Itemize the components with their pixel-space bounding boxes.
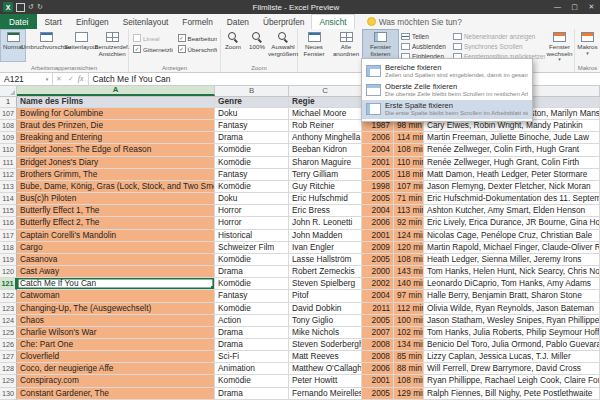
cell-name[interactable]: Brothers Grimm, The (17, 169, 215, 181)
maximize-button[interactable]: ▢ (566, 3, 583, 11)
cell-name[interactable]: Braut des Prinzen, Die (17, 120, 215, 132)
cell-name[interactable]: Constant Gardener, The (17, 388, 215, 400)
cell-genre[interactable]: Drama (215, 339, 289, 351)
cell-regie[interactable]: Peter Howitt (289, 375, 362, 387)
cell-laenge[interactable]: 113 min (394, 205, 424, 217)
cell-schauspieler[interactable]: Martin Freeman, Juliette Binoche, Jude L… (424, 132, 600, 144)
cell-schauspieler[interactable]: Jason Flemyng, Dexter Fletcher, Nick Mor… (424, 181, 600, 193)
arrange-all-button[interactable]: Alle anordnen (330, 29, 362, 62)
row-header[interactable]: 129 (0, 375, 17, 387)
cell-genre[interactable]: Drama (215, 266, 289, 278)
close-button[interactable]: ✕ (583, 3, 600, 11)
cell-name[interactable]: Che: Part One (17, 339, 215, 351)
cell-name[interactable]: Cloverfield (17, 351, 215, 363)
formula-bar-value[interactable]: Catch Me If You Can (89, 74, 171, 84)
cell-laenge[interactable]: 120 min (394, 242, 424, 254)
cell-name[interactable]: Catwoman (17, 290, 215, 302)
cell-laenge[interactable]: 88 min (394, 363, 424, 375)
tab-ueberpruefen[interactable]: Überprüfen (256, 14, 312, 29)
cell-name[interactable]: Chaos (17, 315, 215, 327)
row-header[interactable]: 110 (0, 144, 17, 156)
cell-regie[interactable]: Mike Nichols (289, 327, 362, 339)
row-header[interactable]: 112 (0, 169, 17, 181)
row-header[interactable]: 116 (0, 217, 17, 229)
cell-name[interactable]: Bube, Dame, König, Gras (Lock, Stock, an… (17, 181, 215, 193)
cell-laenge[interactable]: 98 min (394, 120, 424, 132)
cell-laenge[interactable]: 114 min (394, 132, 424, 144)
cell-genre[interactable]: Action (215, 315, 289, 327)
cell-laenge[interactable]: 108 min (394, 144, 424, 156)
cell-regie[interactable]: Sharon Maguire (289, 157, 362, 169)
cell-laenge[interactable]: 108 min (394, 254, 424, 266)
cell-regie[interactable]: David Dobkin (289, 303, 362, 315)
insert-function-icon[interactable]: fx (77, 74, 88, 83)
cell-genre[interactable]: Fantasy (215, 120, 289, 132)
row-header[interactable]: 119 (0, 254, 17, 266)
cell-genre[interactable]: Drama (215, 388, 289, 400)
cell-jahr[interactable]: 2004 (362, 144, 394, 156)
cell-jahr[interactable]: 2001 (362, 230, 394, 242)
checkbox-lineal[interactable]: Lineal (133, 34, 173, 42)
split-button[interactable]: Teilen (399, 31, 451, 41)
header-cell-regie[interactable]: Regie (289, 96, 362, 108)
cell-laenge[interactable]: 97 min (394, 290, 424, 302)
row-header[interactable]: 1 (0, 96, 17, 108)
cell-laenge[interactable]: 71 min (394, 193, 424, 205)
custom-views-button[interactable]: Benutzerdef. Ansichten (96, 29, 128, 62)
cell-genre[interactable]: Komödie (215, 278, 289, 290)
cell-laenge[interactable]: 129 min (394, 388, 424, 400)
cell-schauspieler[interactable]: Eric Lively, Erica Durance, JR Bourne, G… (424, 217, 600, 229)
tab-daten[interactable]: Daten (220, 14, 256, 29)
tab-datei[interactable]: Datei (0, 14, 37, 29)
cell-schauspieler[interactable]: Tom Hanks, Julia Roberts, Philip Seymour… (424, 327, 600, 339)
cell-jahr[interactable]: 2008 (362, 351, 394, 363)
page-break-preview-button[interactable]: Umbruchvorschau (26, 29, 66, 62)
row-header[interactable]: 108 (0, 120, 17, 132)
cell-regie[interactable]: Michael Moore (289, 108, 362, 120)
row-header[interactable]: 125 (0, 327, 17, 339)
cell-laenge[interactable]: 107 min (394, 181, 424, 193)
cell-genre[interactable]: Fantasy (215, 169, 289, 181)
cell-jahr[interactable]: 2008 (362, 339, 394, 351)
cell-schauspieler[interactable]: Eric Hufschmid-Dokumentation des 11. Sep… (424, 193, 600, 205)
cell-name[interactable]: Cast Away (17, 266, 215, 278)
cell-name[interactable]: Catch Me If You Can (17, 278, 215, 290)
cell-laenge[interactable]: 124 min (394, 230, 424, 242)
row-header[interactable]: 123 (0, 303, 17, 315)
cell-jahr[interactable]: 2000 (362, 266, 394, 278)
cell-genre[interactable]: Doku (215, 108, 289, 120)
header-cell-genre[interactable]: Genre (215, 96, 289, 108)
cell-regie[interactable]: Tony Giglio (289, 315, 362, 327)
freeze-menu-item[interactable]: Bereiche fixieren Zeilen und Spalten sin… (362, 61, 532, 80)
hide-button[interactable]: Ausblenden (399, 41, 451, 51)
row-header[interactable]: 107 (0, 108, 17, 120)
cell-schauspieler[interactable]: Heath Ledger, Sienna Miller, Jeremy Iron… (424, 254, 600, 266)
row-header[interactable]: 126 (0, 339, 17, 351)
cell-name[interactable]: Bridget Jones: The Edge of Reason (17, 144, 215, 156)
cell-genre[interactable]: Schweizer Film (215, 242, 289, 254)
new-window-button[interactable]: Neues Fenster (298, 29, 330, 62)
cell-jahr[interactable]: 2009 (362, 242, 394, 254)
cell-genre[interactable]: Horror (215, 217, 289, 229)
freeze-menu-item[interactable]: Erste Spalte fixieren Die erste Spalte b… (362, 100, 532, 119)
cell-schauspieler[interactable]: Tom Hanks, Helen Hunt, Nick Searcy, Chri… (424, 266, 600, 278)
name-box[interactable]: A121 (0, 72, 42, 85)
cell-name[interactable]: Bowling for Columbine (17, 108, 215, 120)
tell-me-box[interactable]: Was möchten Sie tun? (355, 14, 462, 29)
header-cell-name[interactable]: Name des Films (17, 96, 215, 108)
cell-schauspieler[interactable]: Renée Zellweger, Colin Firth, Hugh Grant (424, 144, 600, 156)
macros-button[interactable]: Makros ▾ (575, 29, 600, 62)
cell-genre[interactable]: Fantasy (215, 290, 289, 302)
cell-schauspieler[interactable]: Martin Rapold, Michael Finger, Claude-Ol… (424, 242, 600, 254)
cell-regie[interactable]: Matthew O'Callaghan (289, 363, 362, 375)
cell-jahr[interactable]: 2004 (362, 205, 394, 217)
switch-windows-button[interactable]: Fenster wechseln ▾ (545, 29, 574, 62)
cell-laenge[interactable]: 110 min (394, 157, 424, 169)
cell-genre[interactable]: Komödie (215, 144, 289, 156)
cell-jahr[interactable]: 2005 (362, 254, 394, 266)
cell-name[interactable]: Cargo (17, 242, 215, 254)
row-header[interactable]: 118 (0, 242, 17, 254)
cell-laenge[interactable]: 102 min (394, 327, 424, 339)
row-header[interactable]: 114 (0, 193, 17, 205)
cell-regie[interactable]: Rob Reiner (289, 120, 362, 132)
